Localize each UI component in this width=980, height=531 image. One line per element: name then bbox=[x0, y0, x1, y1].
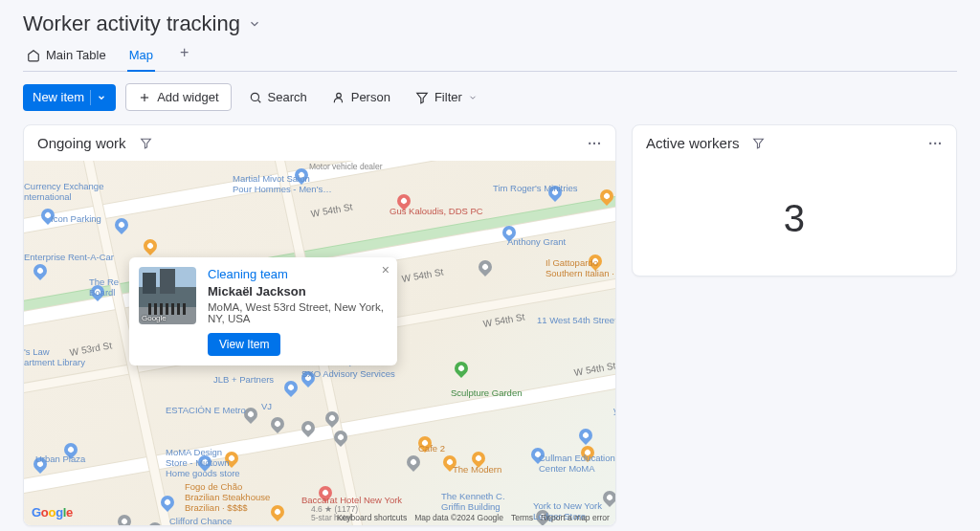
plus-icon bbox=[138, 91, 151, 104]
map-data-label: Map data ©2024 Google bbox=[414, 513, 503, 522]
add-widget-label: Add widget bbox=[157, 90, 218, 104]
ongoing-work-widget: Ongoing work ··· W 54th St W 54th St bbox=[23, 124, 616, 526]
widget-more-icon[interactable]: ··· bbox=[588, 136, 602, 151]
close-icon[interactable]: × bbox=[382, 263, 390, 277]
poi-eleven: 11 West 54th Street bbox=[537, 316, 615, 326]
board-title-chevron-icon[interactable] bbox=[248, 17, 261, 31]
poi-lochte: Clifford Chance New York bbox=[169, 517, 232, 525]
poi-sculpture: Sculpture Garden bbox=[451, 388, 522, 399]
keyboard-shortcuts-link[interactable]: Keyboard shortcuts bbox=[337, 513, 407, 522]
view-tabs: Main Table Map + bbox=[23, 42, 957, 72]
poi-cafe2: Cafe 2 bbox=[418, 444, 445, 454]
person-filter-button[interactable]: Person bbox=[324, 86, 398, 108]
tab-main-table[interactable]: Main Table bbox=[25, 42, 108, 72]
map-canvas[interactable]: W 54th St W 54th St W 54th St W 54th St … bbox=[24, 161, 615, 525]
info-group-name: Cleaning team bbox=[208, 267, 388, 281]
tab-main-table-label: Main Table bbox=[46, 48, 106, 62]
svg-marker-5 bbox=[417, 93, 428, 103]
poi-estacion: ESTACIÓN E Metro bbox=[166, 406, 246, 416]
view-item-button[interactable]: View Item bbox=[208, 333, 280, 356]
search-button[interactable]: Search bbox=[241, 86, 315, 108]
info-address: MoMA, West 53rd Street, New York, NY, US… bbox=[208, 301, 388, 324]
map-pin[interactable] bbox=[281, 378, 301, 397]
tab-map[interactable]: Map bbox=[127, 42, 155, 72]
widget-more-icon[interactable]: ··· bbox=[928, 136, 943, 151]
add-view-button[interactable]: + bbox=[174, 44, 194, 69]
poi-sxo: SXO Advisory Services bbox=[301, 369, 395, 380]
chevron-down-icon[interactable] bbox=[97, 93, 106, 102]
person-icon bbox=[332, 91, 345, 104]
info-item-name: Mickaël Jackson bbox=[208, 284, 388, 299]
poi-gus: Gus Kaloudis, DDS PC bbox=[390, 207, 483, 217]
divider bbox=[90, 90, 91, 105]
poi-ny-york: y York bbox=[613, 406, 615, 416]
poi-anthony: Anthony Grant bbox=[507, 237, 566, 248]
report-error-link[interactable]: Report a map error bbox=[541, 513, 610, 522]
widget-filter-icon[interactable] bbox=[140, 137, 152, 149]
street-label-w54-2: W 54th St bbox=[401, 266, 444, 283]
terms-link[interactable]: Terms bbox=[511, 513, 533, 522]
new-item-label: New item bbox=[33, 90, 84, 104]
tab-map-label: Map bbox=[129, 48, 153, 62]
person-label: Person bbox=[351, 90, 390, 104]
add-widget-button[interactable]: Add widget bbox=[125, 83, 231, 111]
active-workers-widget: Active workers ··· 3 bbox=[632, 124, 957, 277]
new-item-button[interactable]: New item bbox=[23, 84, 116, 111]
poi-law-lib: 's Law artment Library bbox=[24, 347, 85, 368]
map-pin[interactable] bbox=[404, 453, 423, 472]
poi-jlb: JLB + Partners bbox=[213, 375, 274, 386]
poi-modern: The Modern bbox=[453, 465, 501, 476]
map-info-popup: × Google Cleaning team Mickaël Jackson M… bbox=[129, 257, 397, 365]
poi-urban: Urban Plaza bbox=[35, 454, 85, 465]
poi-vj: VJ bbox=[261, 402, 272, 412]
poi-cullman: Cullman Education Center MoMA bbox=[539, 454, 615, 475]
search-icon bbox=[249, 91, 262, 104]
poi-martial: Martial Mivot Salon Pour Hommes - Men's… bbox=[233, 174, 332, 195]
map-pin[interactable] bbox=[112, 215, 131, 234]
svg-line-3 bbox=[257, 100, 260, 102]
thumbnail-source-label: Google bbox=[142, 314, 167, 322]
poi-currency: Currency Exchange nternational bbox=[24, 182, 103, 203]
svg-point-4 bbox=[336, 93, 341, 98]
poi-rent-board: The Re Boardl bbox=[89, 277, 119, 299]
active-workers-count: 3 bbox=[784, 197, 805, 240]
poi-motor: Motor vehicle dealer bbox=[309, 163, 383, 172]
map-attribution: Keyboard shortcuts Map data ©2024 Google… bbox=[337, 513, 610, 522]
home-icon bbox=[27, 49, 40, 62]
poi-enterprise: Enterprise Rent-A-Car bbox=[24, 253, 114, 263]
street-label-w54-3: W 54th St bbox=[482, 311, 525, 328]
map-pin[interactable] bbox=[452, 359, 471, 378]
poi-icon-parking: Icon Parking bbox=[51, 214, 101, 225]
filter-label: Filter bbox=[434, 90, 462, 104]
poi-gattopardo: Il Gattopardo Southern Italian · $$$$ bbox=[546, 258, 615, 279]
poi-design-store: MoMA Design Store - Midtown Home goods s… bbox=[166, 448, 240, 479]
map-pin[interactable] bbox=[31, 261, 50, 280]
map-pin[interactable] bbox=[576, 426, 595, 445]
google-logo: Google bbox=[32, 505, 73, 520]
street-label-w54-1: W 54th St bbox=[310, 201, 353, 218]
map-pin[interactable] bbox=[476, 257, 495, 277]
poi-kenneth: The Kenneth C. Griffin Building bbox=[441, 492, 505, 513]
filter-icon bbox=[415, 91, 429, 104]
chevron-down-icon[interactable] bbox=[468, 93, 478, 102]
search-label: Search bbox=[268, 90, 307, 104]
active-workers-title: Active workers bbox=[646, 135, 740, 151]
filter-button[interactable]: Filter bbox=[408, 86, 485, 108]
svg-marker-7 bbox=[754, 139, 764, 148]
map-pin[interactable] bbox=[600, 488, 615, 507]
map-pin[interactable] bbox=[115, 512, 134, 525]
info-thumbnail: Google bbox=[139, 267, 196, 324]
toolbar: New item Add widget Search Person bbox=[23, 72, 957, 124]
map-pin[interactable] bbox=[268, 414, 287, 433]
map-pin[interactable] bbox=[268, 502, 287, 521]
widget-filter-icon[interactable] bbox=[752, 137, 765, 149]
ongoing-work-title: Ongoing work bbox=[37, 135, 126, 151]
svg-point-2 bbox=[251, 93, 258, 100]
svg-marker-6 bbox=[141, 139, 150, 148]
map-pin[interactable] bbox=[141, 236, 160, 255]
poi-fogo: Fogo de Chão Brazilian Steakhouse Brazil… bbox=[185, 482, 270, 514]
poi-tim: Tim Roger's Minitries bbox=[493, 184, 578, 194]
board-title: Worker activity tracking bbox=[23, 11, 240, 36]
